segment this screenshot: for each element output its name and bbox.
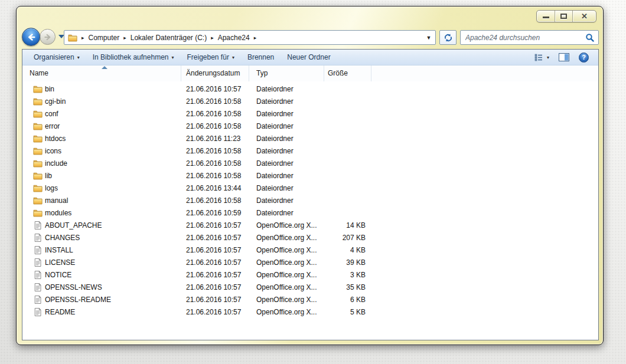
table-row[interactable]: OPENSSL-NEWS 21.06.2016 10:57 OpenOffice…: [22, 281, 598, 293]
file-type: Dateiordner: [249, 135, 324, 143]
document-icon: [33, 221, 43, 230]
preview-pane-button[interactable]: [559, 53, 569, 61]
table-row[interactable]: OPENSSL-README 21.06.2016 10:57 OpenOffi…: [22, 293, 598, 306]
navigation-bar: ▸ Computer ▸ Lokaler Datenträger (C:) ▸ …: [17, 27, 603, 49]
address-folder-icon[interactable]: [68, 33, 77, 42]
file-name: OPENSSL-NEWS: [45, 283, 102, 291]
column-header-date[interactable]: Änderungsdatum: [181, 65, 249, 81]
search-icon[interactable]: [585, 33, 595, 42]
file-name: logs: [45, 184, 58, 192]
search-input[interactable]: [461, 31, 598, 44]
toolbar-button-label: In Bibliothek aufnehmen: [93, 53, 169, 61]
table-row[interactable]: modules 21.06.2016 10:59 Dateiordner: [22, 206, 598, 219]
toolbar-button[interactable]: Brennen ▾: [241, 51, 281, 64]
maximize-button[interactable]: [555, 11, 572, 22]
file-icon: [33, 183, 43, 193]
file-name: OPENSSL-README: [45, 296, 111, 304]
file-icon: [33, 208, 43, 218]
file-icon: [33, 159, 43, 168]
table-row[interactable]: manual 21.06.2016 10:58 Dateiordner: [22, 194, 598, 206]
file-name-cell: CHANGES: [22, 233, 181, 242]
table-row[interactable]: LICENSE 21.06.2016 10:57 OpenOffice.org …: [22, 256, 598, 268]
breadcrumb-separator-icon[interactable]: ▸: [123, 35, 126, 41]
file-icon: [33, 97, 43, 106]
file-icon: [33, 122, 43, 131]
table-row[interactable]: htdocs 21.06.2016 11:23 Dateiordner: [22, 132, 598, 145]
folder-icon: [33, 84, 43, 94]
table-row[interactable]: bin 21.06.2016 10:57 Dateiordner: [22, 83, 598, 95]
forward-button[interactable]: [40, 29, 56, 45]
file-name: CHANGES: [45, 234, 80, 242]
file-type: Dateiordner: [249, 110, 324, 118]
file-size: 5 KB: [324, 308, 371, 316]
address-bar[interactable]: ▸ Computer ▸ Lokaler Datenträger (C:) ▸ …: [64, 30, 436, 45]
table-row[interactable]: INSTALL 21.06.2016 10:57 OpenOffice.org …: [22, 244, 598, 256]
back-button[interactable]: [22, 28, 40, 46]
change-view-button[interactable]: ▾: [534, 54, 549, 61]
explorer-window: ✕ ▸ Computer ▸ Lokaler Datenträger (C:): [16, 6, 604, 345]
file-list-panel: Organisieren ▾ In Bibliothek aufnehmen ▾…: [22, 49, 599, 340]
file-name-cell: modules: [22, 208, 181, 218]
document-icon: [33, 245, 43, 255]
table-row[interactable]: conf 21.06.2016 10:58 Dateiordner: [22, 107, 598, 120]
close-button[interactable]: ✕: [572, 11, 596, 22]
table-row[interactable]: icons 21.06.2016 10:58 Dateiordner: [22, 145, 598, 157]
table-row[interactable]: error 21.06.2016 10:58 Dateiordner: [22, 120, 598, 132]
file-date: 21.06.2016 10:58: [181, 196, 249, 205]
toolbar-button-label: Brennen: [247, 53, 274, 61]
breadcrumb-item[interactable]: Apache24: [218, 34, 250, 42]
table-row[interactable]: NOTICE 21.06.2016 10:57 OpenOffice.org X…: [22, 268, 598, 281]
folder-icon: [33, 183, 43, 193]
file-date: 21.06.2016 11:23: [181, 135, 249, 143]
file-date: 21.06.2016 10:57: [181, 271, 249, 279]
file-name-cell: LICENSE: [22, 258, 181, 267]
file-type: OpenOffice.org X...: [249, 271, 324, 279]
toolbar-button[interactable]: Neuer Ordner ▾: [281, 51, 337, 64]
file-type: Dateiordner: [249, 147, 324, 155]
address-dropdown-icon[interactable]: ▼: [422, 35, 435, 41]
file-name: manual: [45, 196, 68, 205]
file-date: 21.06.2016 10:58: [181, 147, 249, 155]
breadcrumb-item[interactable]: Computer: [89, 34, 120, 42]
chevron-down-icon: ▾: [232, 55, 234, 60]
close-icon: ✕: [581, 12, 588, 20]
file-date: 21.06.2016 10:57: [181, 85, 249, 93]
toolbar-button[interactable]: Freigeben für ▾: [181, 51, 241, 64]
file-name: LICENSE: [45, 258, 75, 267]
breadcrumb-item[interactable]: Lokaler Datenträger (C:): [131, 34, 207, 42]
table-row[interactable]: lib 21.06.2016 10:58 Dateiordner: [22, 169, 598, 182]
minimize-button[interactable]: [537, 11, 555, 22]
file-type: Dateiordner: [249, 184, 324, 192]
help-icon: ?: [582, 54, 586, 61]
file-type: Dateiordner: [249, 122, 324, 130]
table-row[interactable]: ABOUT_APACHE 21.06.2016 10:57 OpenOffice…: [22, 219, 598, 231]
toolbar-button[interactable]: In Bibliothek aufnehmen ▾: [86, 51, 181, 64]
file-name-cell: include: [22, 159, 181, 168]
file-name-cell: conf: [22, 109, 181, 119]
help-button[interactable]: ?: [579, 53, 589, 63]
folder-icon: [33, 171, 43, 181]
back-arrow-icon: [26, 32, 37, 42]
file-size: 6 KB: [324, 296, 371, 304]
file-name: icons: [45, 147, 61, 155]
breadcrumb-separator-icon[interactable]: ▸: [81, 35, 84, 41]
breadcrumb-separator-icon[interactable]: ▸: [211, 35, 214, 41]
file-size: 35 KB: [324, 283, 371, 291]
table-row[interactable]: logs 21.06.2016 13:44 Dateiordner: [22, 182, 598, 194]
table-row[interactable]: CHANGES 21.06.2016 10:57 OpenOffice.org …: [22, 231, 598, 244]
toolbar-button[interactable]: Organisieren ▾: [27, 51, 86, 64]
file-size: 4 KB: [324, 246, 371, 254]
breadcrumb-separator-icon[interactable]: ▸: [254, 35, 257, 41]
file-name-cell: error: [22, 122, 181, 131]
file-date: 21.06.2016 10:57: [181, 296, 249, 304]
column-header-size[interactable]: Größe: [324, 65, 371, 81]
table-row[interactable]: cgi-bin 21.06.2016 10:58 Dateiordner: [22, 95, 598, 107]
table-row[interactable]: README 21.06.2016 10:57 OpenOffice.org X…: [22, 306, 598, 318]
file-name: conf: [45, 110, 58, 118]
refresh-button[interactable]: [439, 30, 457, 45]
column-header-type[interactable]: Typ: [249, 65, 324, 81]
file-icon: [33, 146, 43, 156]
table-row[interactable]: include 21.06.2016 10:58 Dateiordner: [22, 157, 598, 169]
folder-icon: [33, 109, 43, 119]
file-type: OpenOffice.org X...: [249, 296, 324, 304]
